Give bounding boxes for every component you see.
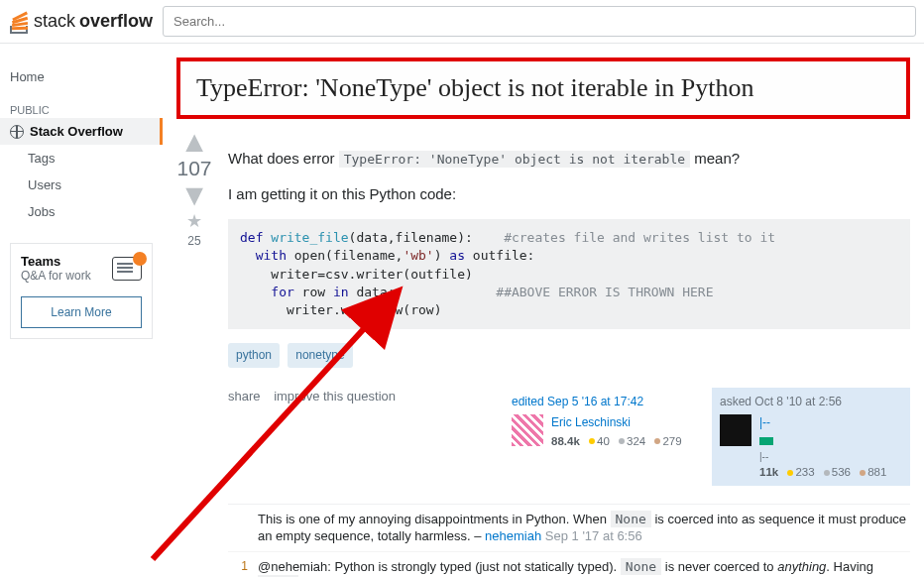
upvote-button[interactable]: ▲ — [176, 133, 212, 151]
teams-card: Teams Q&A for work Learn More — [10, 243, 153, 339]
comment-author[interactable]: nehemiah — [485, 528, 541, 543]
edited-time: edited Sep 5 '16 at 17:42 — [512, 394, 694, 410]
asker-rep-num: 11k — [759, 466, 778, 478]
favorite-count: 25 — [176, 234, 212, 248]
editor-silver: 324 — [627, 435, 645, 447]
intro-text-a: What does error — [228, 150, 339, 167]
learn-more-button[interactable]: Learn More — [21, 296, 142, 328]
downvote-button[interactable]: ▼ — [176, 186, 212, 204]
question-para2: I am getting it on this Python code: — [228, 183, 910, 204]
asker-gold: 233 — [795, 466, 814, 478]
search-input[interactable] — [163, 6, 916, 37]
c1-code-none: None — [621, 558, 661, 575]
teams-title: Teams — [21, 254, 91, 269]
asker-bronze: 881 — [867, 466, 886, 478]
comment-date: Sep 1 '17 at 6:56 — [545, 528, 642, 543]
search-wrap — [163, 6, 916, 37]
inline-error-code: TypeError: 'NoneType' object is not iter… — [339, 151, 690, 168]
question-body: What does error TypeError: 'NoneType' ob… — [228, 133, 910, 577]
asked-time: asked Oct 8 '10 at 2:56 — [720, 394, 902, 410]
question-row: ▲ 107 ▼ ★ 25 What does error TypeError: … — [176, 133, 910, 577]
code-block: def write_file(data,filename): #creates … — [228, 219, 910, 329]
tags: python nonetype — [228, 343, 910, 368]
nav-stackoverflow[interactable]: Stack Overflow — [0, 118, 163, 145]
teams-subtitle: Q&A for work — [21, 269, 91, 283]
comment-text: This is one of my annoying disappointmen… — [258, 511, 910, 545]
editor-avatar[interactable] — [512, 414, 543, 446]
question-title-box: TypeError: 'NoneType' object is not iter… — [176, 58, 910, 119]
intro-text-b: mean? — [690, 150, 740, 167]
editor-gold: 40 — [597, 435, 610, 447]
nav-users[interactable]: Users — [0, 172, 163, 198]
editor-rep: 88.4k 40 324 279 — [551, 433, 682, 449]
post-menu: share improve this question — [228, 388, 405, 405]
nav-home[interactable]: Home — [0, 63, 163, 90]
vote-column: ▲ 107 ▼ ★ 25 — [176, 133, 212, 577]
logo-text-a: stack — [34, 11, 75, 32]
vote-count: 107 — [176, 157, 212, 180]
question-intro: What does error TypeError: 'NoneType' ob… — [228, 148, 910, 169]
comment: This is one of my annoying disappointmen… — [228, 505, 910, 552]
comment-score: 1 — [228, 558, 248, 577]
sidebar: Home PUBLIC Stack Overflow Tags Users Jo… — [0, 44, 163, 339]
comment: 1 @nehemiah: Python is strongly typed (j… — [228, 552, 910, 577]
share-link[interactable]: share — [228, 389, 261, 404]
nav-so-label: Stack Overflow — [30, 124, 123, 139]
tag-nonetype[interactable]: nonetype — [288, 343, 352, 368]
asker-rep: |-- 11k 233 536 881 — [759, 433, 886, 480]
content: TypeError: 'NoneType' object is not iter… — [163, 44, 924, 577]
tag-python[interactable]: python — [228, 343, 280, 368]
briefcase-lock-icon — [112, 257, 142, 281]
nav-section-public: PUBLIC — [0, 90, 163, 118]
asker-avatar[interactable] — [720, 414, 751, 446]
comment-text: @nehemiah: Python is strongly typed (jus… — [258, 558, 910, 577]
editor-bronze: 279 — [662, 435, 681, 447]
asker-silver: 536 — [832, 466, 851, 478]
nav-tags[interactable]: Tags — [0, 145, 163, 172]
comments: This is one of my annoying disappointmen… — [228, 504, 910, 577]
question-title: TypeError: 'NoneType' object is not iter… — [196, 73, 890, 103]
comment-score — [228, 511, 248, 545]
improve-link[interactable]: improve this question — [274, 389, 396, 404]
c0-code1: None — [611, 511, 651, 527]
favorite-button[interactable]: ★ — [176, 210, 212, 232]
post-actions: share improve this question edited Sep 5… — [228, 388, 910, 486]
editor-name[interactable]: Eric Leschinski — [551, 414, 682, 431]
asker-card: asked Oct 8 '10 at 2:56 |-- |-- 11k 233 — [712, 388, 910, 486]
editor-rep-num: 88.4k — [551, 435, 580, 447]
logo[interactable]: stackoverflow — [8, 10, 153, 34]
nav-jobs[interactable]: Jobs — [0, 198, 163, 225]
asker-name[interactable]: |-- — [759, 414, 886, 431]
globe-icon — [10, 125, 24, 139]
topbar: stackoverflow — [0, 0, 924, 44]
c0-a: This is one of my annoying disappointmen… — [258, 512, 611, 526]
logo-text-b: overflow — [79, 11, 153, 32]
stackoverflow-icon — [8, 10, 30, 34]
editor-card: edited Sep 5 '16 at 17:42 Eric Leschinsk… — [504, 388, 702, 486]
